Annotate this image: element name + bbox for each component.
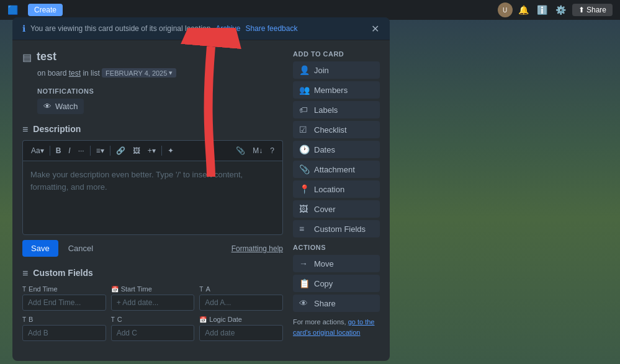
save-button[interactable]: Save [22, 240, 58, 257]
field-placeholder: Add C [117, 329, 137, 337]
field-label: T End Time [22, 285, 106, 293]
ai-button[interactable]: ✦ [164, 144, 177, 157]
field-placeholder: Add A... [205, 298, 231, 307]
sidebar-btn-members[interactable]: 👥Members [293, 81, 380, 99]
sidebar-btn-location[interactable]: 📍Location [293, 180, 380, 198]
create-button[interactable]: Create [28, 4, 63, 16]
field-label: T B [22, 316, 106, 323]
field-name: Logic Date [209, 316, 242, 323]
close-button[interactable]: ✕ [367, 21, 382, 36]
field-label: 📅 Logic Date [199, 316, 283, 323]
meta-prefix: on board [37, 69, 66, 78]
sidebar-icon: 🖼 [299, 204, 309, 214]
field-item-a: T A Add A... [199, 285, 283, 311]
field-name: C [117, 316, 122, 323]
custom-fields-header: ≡ Custom Fields [22, 267, 283, 279]
action-icon: 👁 [299, 298, 309, 308]
top-bar-right: U 🔔 ℹ️ ⚙️ ⬆ Share [498, 2, 613, 17]
list-button[interactable]: ≡▾ [93, 144, 107, 157]
settings-icon[interactable]: ⚙️ [554, 2, 568, 17]
app-logo: 🟦 [7, 5, 18, 15]
field-type-icon: T [22, 316, 26, 323]
sidebar-btn-label: Members [314, 86, 348, 95]
custom-fields-section: ≡ Custom Fields T End Time Add End Time.… [22, 267, 283, 341]
date-badge-text: FEBRUARY 4, 2025 [106, 69, 167, 77]
share-feedback-link[interactable]: Share feedback [245, 24, 297, 33]
sidebar-icon: 🕐 [299, 144, 309, 154]
info-icon[interactable]: ℹ️ [535, 2, 550, 17]
toolbar-divider-1 [50, 146, 50, 156]
editor-body[interactable]: Make your description even better. Type … [22, 161, 283, 235]
action-btn-move[interactable]: →Move [293, 255, 380, 272]
card-body: ▤ test on board test in list FEBRUARY 4,… [12, 40, 390, 351]
custom-fields-icon: ≡ [22, 268, 28, 279]
help-button[interactable]: ? [267, 144, 277, 157]
field-input[interactable]: Add B [22, 325, 106, 341]
field-input[interactable]: Add date [199, 325, 283, 341]
sidebar-btn-attachment[interactable]: 📎Attachment [293, 161, 380, 178]
notification-icon[interactable]: 🔔 [516, 2, 531, 17]
field-input[interactable]: Add C [111, 325, 195, 341]
field-type-icon: T [111, 316, 115, 323]
markdown-button[interactable]: M↓ [249, 144, 266, 157]
sidebar-btn-label: Dates [314, 145, 335, 154]
fields-grid: T End Time Add End Time... 📅 Start Time … [22, 285, 283, 341]
archive-link[interactable]: Archive [215, 24, 240, 33]
formatting-help-link[interactable]: Formatting help [231, 244, 283, 253]
sidebar-icon: ≡ [299, 224, 309, 234]
share-button[interactable]: ⬆ Share [572, 4, 613, 16]
action-btn-label: Move [314, 259, 334, 269]
for-more-text: For more actions, go to the card's origi… [293, 317, 380, 337]
watch-label: Watch [55, 102, 78, 111]
sidebar-btn-labels[interactable]: 🏷Labels [293, 101, 380, 118]
field-label: 📅 Start Time [111, 285, 195, 293]
italic-button[interactable]: I [65, 144, 73, 157]
sidebar-btn-checklist[interactable]: ☑Checklist [293, 121, 380, 138]
card-meta: on board test in list FEBRUARY 4, 2025 ▾ [22, 68, 283, 78]
add-to-card-label: Add to card [293, 50, 380, 58]
field-input[interactable]: Add A... [199, 295, 283, 311]
field-placeholder: + Add date... [117, 298, 159, 307]
watch-button[interactable]: 👁 Watch [37, 99, 84, 114]
toolbar-divider-4 [161, 146, 162, 156]
link-button[interactable]: 🔗 [113, 144, 128, 157]
field-label: T C [111, 316, 195, 323]
notifications-label: Notifications [22, 87, 283, 95]
field-placeholder: Add date [205, 329, 235, 337]
field-item-b: T B Add B [22, 316, 106, 341]
action-btn-share[interactable]: 👁Share [293, 295, 380, 312]
sidebar-btn-custom-fields[interactable]: ≡Custom Fields [293, 220, 380, 237]
editor-toolbar: Aa▾ B I ··· ≡▾ 🔗 🖼 +▾ ✦ 📎 M↓ ? [22, 140, 283, 161]
more-text-button[interactable]: ··· [75, 144, 88, 157]
cancel-button[interactable]: Cancel [63, 240, 98, 257]
board-link[interactable]: test [69, 69, 81, 78]
info-banner: ℹ You are viewing this card outside of i… [12, 17, 390, 40]
field-item-logic-date: 📅 Logic Date Add date [199, 316, 283, 341]
attach-button[interactable]: 📎 [233, 144, 248, 157]
avatar: U [498, 2, 513, 17]
sidebar-btn-label: Attachment [314, 165, 355, 174]
field-input[interactable]: Add End Time... [22, 295, 106, 311]
field-type-icon: 📅 [199, 316, 207, 323]
sidebar-btn-cover[interactable]: 🖼Cover [293, 200, 380, 218]
action-btn-label: Share [314, 299, 336, 308]
sidebar-btn-label: Custom Fields [314, 224, 366, 234]
sidebar-btn-label: Labels [314, 105, 338, 115]
field-input[interactable]: + Add date... [111, 295, 195, 311]
sidebar: Add to card 👤Join👥Members🏷Labels☑Checkli… [293, 50, 380, 341]
sidebar-icon: ☑ [299, 125, 309, 135]
sidebar-action-buttons: →Move📋Copy👁Share [293, 255, 380, 312]
sidebar-btn-label: Cover [314, 205, 336, 214]
image-button[interactable]: 🖼 [130, 144, 143, 157]
card-title[interactable]: test [37, 50, 283, 63]
card-type-icon: ▤ [22, 51, 32, 63]
bold-button[interactable]: B [53, 144, 65, 157]
action-btn-copy[interactable]: 📋Copy [293, 275, 380, 292]
date-badge[interactable]: FEBRUARY 4, 2025 ▾ [102, 68, 176, 78]
description-header: ≡ Description [22, 123, 283, 135]
sidebar-btn-dates[interactable]: 🕐Dates [293, 141, 380, 158]
font-size-button[interactable]: Aa▾ [28, 144, 47, 157]
chevron-down-icon: ▾ [169, 69, 173, 77]
insert-button[interactable]: +▾ [145, 144, 159, 157]
sidebar-btn-join[interactable]: 👤Join [293, 61, 380, 79]
